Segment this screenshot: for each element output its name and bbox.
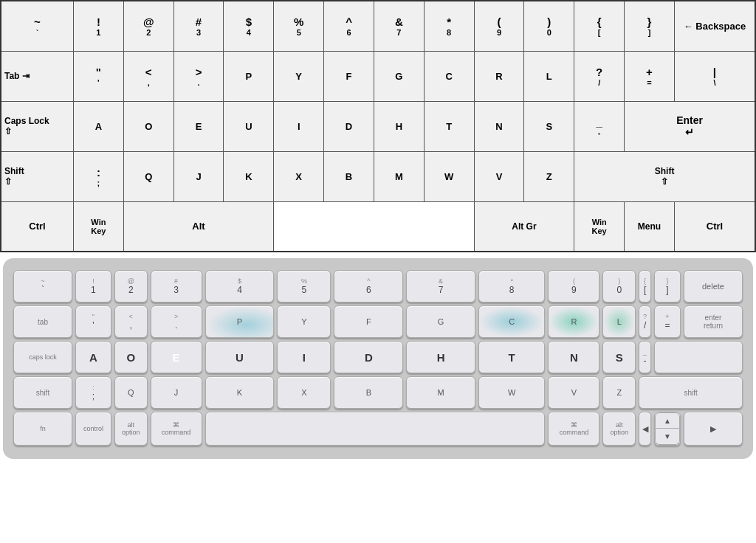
mac-key-u: U xyxy=(205,341,275,373)
mac-key-arrows-updown: ▲ ▼ xyxy=(654,412,681,446)
key-h: H xyxy=(374,101,424,151)
key-backspace: ← Backspace xyxy=(674,1,755,51)
key-winkey-right: WinKey xyxy=(574,201,625,252)
mac-key-k: K xyxy=(205,376,275,409)
key-underscore: _- xyxy=(574,101,625,151)
mac-key-5: %5 xyxy=(277,270,331,302)
mac-key-y: Y xyxy=(277,305,331,338)
key-gt: >. xyxy=(173,51,224,101)
key-z: Z xyxy=(524,151,574,201)
key-b: B xyxy=(324,151,374,201)
bottom-row: Ctrl WinKey Alt Alt Gr WinKey Menu Ctrl xyxy=(1,201,755,252)
mac-key-arrow-right: ▶ xyxy=(684,412,743,446)
mac-key-c: C xyxy=(478,305,545,338)
tab-row: Tab ⇥ "' <, >. P Y F G C R L ?/ += |\ xyxy=(1,51,755,101)
mac-key-v: V xyxy=(548,376,599,409)
mac-key-z: Z xyxy=(602,376,636,409)
key-7: &7 xyxy=(374,1,424,51)
mac-key-i: I xyxy=(277,341,331,373)
mac-key-shift-right: shift xyxy=(639,376,743,409)
key-plus: += xyxy=(625,51,675,101)
key-alt-left: Alt xyxy=(123,201,273,252)
caps-row: Caps Lock⇧ A O E U I D H T N S _- Enter↵ xyxy=(1,101,755,151)
key-rbracket: }] xyxy=(625,1,675,51)
mac-shift-row: shift :; Q J K X B M W V Z shift xyxy=(13,376,743,409)
key-9: (9 xyxy=(474,1,524,51)
key-winkey-left: WinKey xyxy=(73,201,123,252)
mac-home-row: caps lock A O E U I D H T N S _- xyxy=(13,341,743,373)
key-q: Q xyxy=(123,151,173,201)
key-shift-left: Shift⇧ xyxy=(1,151,73,201)
mac-key-n: N xyxy=(548,341,599,373)
mac-key-9: (9 xyxy=(548,270,599,302)
key-y: Y xyxy=(274,51,324,101)
key-shift-right: Shift⇧ xyxy=(574,151,755,201)
mac-key-dash: _- xyxy=(639,341,651,373)
mac-key-b: B xyxy=(334,376,403,409)
mac-key-7: &7 xyxy=(406,270,475,302)
key-c: C xyxy=(424,51,474,101)
key-d: D xyxy=(324,101,374,151)
key-altgr: Alt Gr xyxy=(474,201,574,252)
mac-key-8: *8 xyxy=(478,270,545,302)
key-6: ^6 xyxy=(324,1,374,51)
mac-key-j: J xyxy=(151,376,202,409)
mac-key-arrow-left: ◀ xyxy=(639,412,651,446)
mac-key-g: G xyxy=(406,305,475,338)
mac-key-option-right: altoption xyxy=(602,412,636,446)
mac-key-a: A xyxy=(75,341,111,373)
mac-key-l: L xyxy=(602,305,636,338)
mac-key-e: E xyxy=(151,341,202,373)
key-m: M xyxy=(374,151,424,201)
key-i: I xyxy=(274,101,324,151)
mac-key-2: @2 xyxy=(114,270,148,302)
key-quote: "' xyxy=(73,51,123,101)
mac-key-command-right: ⌘command xyxy=(548,412,599,446)
key-enter: Enter↵ xyxy=(625,101,755,151)
mac-bottom-row: fn control altoption ⌘command ⌘command a… xyxy=(13,412,743,446)
mac-key-tab: tab xyxy=(13,305,72,338)
key-k: K xyxy=(224,151,274,201)
key-r: R xyxy=(474,51,524,101)
mac-num-row: ~` !1 @2 #3 $4 %5 ^6 &7 *8 (9 )0 {[ }] d… xyxy=(13,270,743,302)
key-o: O xyxy=(123,101,173,151)
mac-key-q: Q xyxy=(114,376,148,409)
key-3: #3 xyxy=(173,1,224,51)
key-lt: <, xyxy=(123,51,173,101)
mac-key-x: X xyxy=(277,376,331,409)
key-u: U xyxy=(224,101,274,151)
mac-key-tilde: ~` xyxy=(13,270,72,302)
key-question: ?/ xyxy=(574,51,625,101)
mac-key-r: R xyxy=(548,305,599,338)
dvorak-keyboard-diagram: ~` !1 @2 #3 $4 %5 ^6 &7 *8 (9 )0 {[ }] ←… xyxy=(0,0,756,252)
mac-key-colon: :; xyxy=(75,376,111,409)
key-lbracket: {[ xyxy=(574,1,625,51)
mac-key-space xyxy=(205,412,546,446)
mac-key-lt: <, xyxy=(114,305,148,338)
key-w: W xyxy=(424,151,474,201)
mac-key-0: )0 xyxy=(602,270,636,302)
mac-key-f: F xyxy=(334,305,403,338)
key-4: $4 xyxy=(224,1,274,51)
key-s: S xyxy=(524,101,574,151)
key-colon: :; xyxy=(73,151,123,201)
number-row: ~` !1 @2 #3 $4 %5 ^6 &7 *8 (9 )0 {[ }] ←… xyxy=(1,1,755,51)
key-pipe: |\ xyxy=(674,51,755,101)
mac-keyboard-table: ~` !1 @2 #3 $4 %5 ^6 &7 *8 (9 )0 {[ }] d… xyxy=(10,267,746,449)
mac-key-1: !1 xyxy=(75,270,111,302)
key-ctrl-left: Ctrl xyxy=(1,201,73,252)
shift-row: Shift⇧ :; Q J K X B M W V Z Shift⇧ xyxy=(1,151,755,201)
mac-key-rbrace: }] xyxy=(654,270,681,302)
mac-key-4: $4 xyxy=(205,270,275,302)
key-l: L xyxy=(524,51,574,101)
mac-key-shift-left: shift xyxy=(13,376,72,409)
mac-key-6: ^6 xyxy=(334,270,403,302)
mac-key-w: W xyxy=(478,376,545,409)
mac-key-m: M xyxy=(406,376,475,409)
key-x: X xyxy=(274,151,324,201)
key-tilde: ~` xyxy=(1,1,73,51)
key-a: A xyxy=(73,101,123,151)
mac-key-s: S xyxy=(602,341,636,373)
mac-key-lbrace: {[ xyxy=(639,270,651,302)
key-f: F xyxy=(324,51,374,101)
